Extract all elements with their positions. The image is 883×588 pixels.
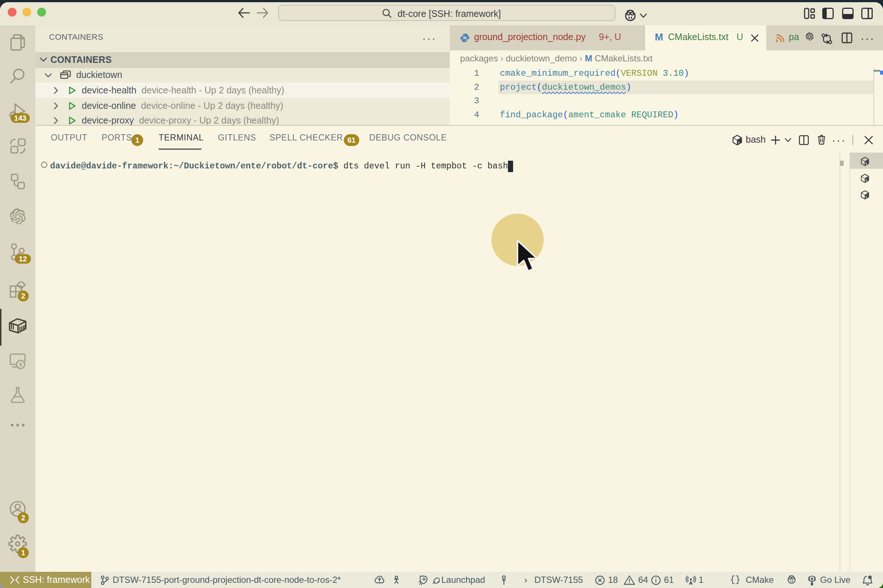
- svg-text:$: $: [865, 196, 867, 199]
- svg-text:$: $: [865, 162, 867, 165]
- svg-text:$: $: [738, 141, 740, 144]
- svg-text:$: $: [865, 179, 867, 182]
